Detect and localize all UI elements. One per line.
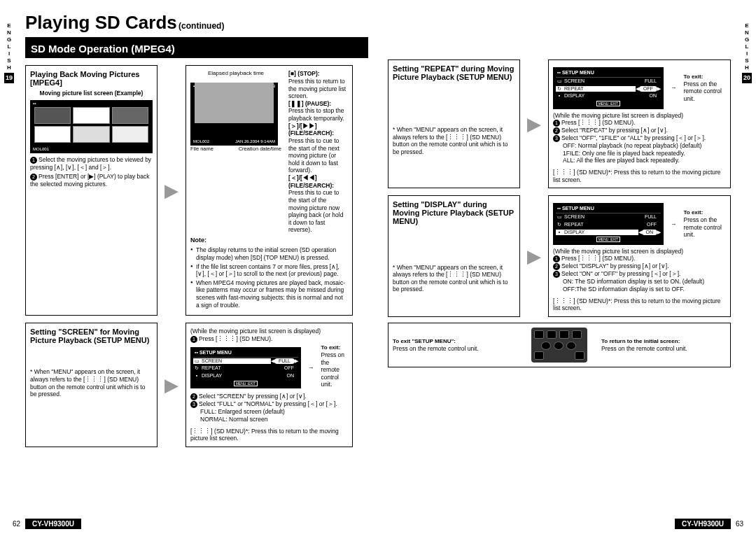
main-title: Playing SD Cards bbox=[25, 12, 177, 33]
screen-heading: Setting "SCREEN" for Moving Picture Play… bbox=[30, 328, 153, 344]
display-heading: Setting "DISPLAY" during Moving Picture … bbox=[393, 200, 515, 225]
menu-footnote-screen: * When "MENU" appears on the screen, it … bbox=[30, 368, 153, 398]
lang-tab-right: ENGLISH 20 bbox=[742, 22, 752, 83]
step2-text: Press [ENTER] or [▶] (PLAY) to play back… bbox=[30, 173, 149, 188]
continued-label: (continued) bbox=[178, 21, 224, 31]
screen-step2: Select "SCREEN" by pressing [∧] or [∨]. bbox=[199, 393, 307, 400]
step1-text: Select the moving pictures to be viewed … bbox=[30, 156, 151, 171]
creation-caption: Creation date/time bbox=[239, 146, 281, 152]
file-rev-label: [＜]/[◀◀] (FILE/SEARCH): bbox=[288, 174, 334, 189]
file-name-label: MOL001 bbox=[33, 147, 49, 153]
playback-screen: ▪▪ 0000 04:3 MOL002 JAN.26.2004 9:14AM bbox=[190, 83, 278, 146]
note-1: The display returns to the initial scree… bbox=[190, 246, 346, 261]
exit-setup-heading: To exit "SETUP MENU": bbox=[393, 338, 517, 345]
flow-arrow-icon: ▶ bbox=[527, 113, 541, 136]
model-label-left: CY-VH9300U bbox=[25, 519, 81, 529]
setup-menu-screen: ▪▪ SETUP MENU ▭SCREEN◀FULL▶ ↻REPEATOFF ▪… bbox=[190, 347, 301, 389]
page-number-left: 62 bbox=[13, 520, 20, 528]
block1-heading: Playing Back Moving Pictures [MPEG4] bbox=[30, 70, 153, 87]
menu-footnote-display: * When "MENU" appears on the screen, it … bbox=[393, 264, 515, 294]
screen-normal: NORMAL: Normal screen bbox=[190, 416, 346, 423]
exit-setup-text: Press on the remote control unit. bbox=[393, 345, 517, 353]
screen-return-note: [⋮⋮⋮] (SD MENU)*: Press this to return t… bbox=[190, 428, 346, 442]
setup-menu-repeat: ▪▪ SETUP MENU ▭SCREENFULL ↻REPEAT◀OFF▶ ▪… bbox=[553, 67, 664, 109]
return-initial-heading: To return to the initial screen: bbox=[601, 338, 726, 345]
file-fwd-label: [＞]/[▶▶] (FILE/SEARCH): bbox=[288, 122, 334, 137]
return-initial-text: Press on the remote control unit. bbox=[601, 345, 726, 353]
elapsed-label: Elapsed playback time bbox=[190, 70, 281, 77]
model-label-right: CY-VH9300U bbox=[675, 519, 731, 529]
screen-step1: Press [⋮⋮⋮] (SD MENU). bbox=[199, 335, 272, 342]
section-title: SD Mode Operation (MPEG4) bbox=[25, 37, 368, 59]
exit-text: Press on the remote control unit. bbox=[321, 351, 347, 388]
page-tab-right: 20 bbox=[742, 73, 752, 83]
stop-label: [■] (STOP): bbox=[288, 70, 320, 77]
setup-menu-display: ▪▪ SETUP MENU ▭SCREENFULL ↻REPEATOFF ▪DI… bbox=[553, 203, 664, 245]
page-tab-left: 19 bbox=[4, 73, 14, 83]
flow-arrow-icon: ▶ bbox=[164, 179, 178, 202]
note-heading: Note: bbox=[190, 237, 346, 244]
screen-full: FULL: Enlarged screen (default) bbox=[190, 408, 346, 416]
remote-control-icon bbox=[531, 328, 587, 363]
filename-caption: File name bbox=[190, 146, 214, 152]
screen-step3: Select "FULL" or "NORMAL" by pressing [＜… bbox=[199, 400, 337, 407]
moving-picture-list-screen: ▪▪ MOL001 bbox=[30, 100, 153, 153]
note-3: When MPEG4 moving pictures are played ba… bbox=[190, 279, 346, 309]
flow-arrow-icon: ▶ bbox=[164, 374, 178, 397]
repeat-heading: Setting "REPEAT" during Moving Picture P… bbox=[393, 64, 515, 81]
screen-intro: (While the moving picture list screen is… bbox=[190, 328, 346, 335]
page-number-right: 63 bbox=[736, 520, 743, 528]
repeat-intro: (While the moving picture list screen is… bbox=[553, 112, 724, 120]
menu-footnote-repeat: * When "MENU" appears on the screen, it … bbox=[393, 126, 515, 156]
list-screen-caption: Moving picture list screen (Example) bbox=[30, 90, 153, 97]
lang-tab-left: ENGLISH 19 bbox=[4, 22, 14, 83]
note-2: If the file list screen contains 7 or mo… bbox=[190, 263, 346, 278]
pause-label: [❚❚] (PAUSE): bbox=[288, 100, 331, 107]
flow-arrow-icon: ▶ bbox=[527, 245, 541, 268]
exit-heading: To exit: bbox=[321, 344, 347, 351]
